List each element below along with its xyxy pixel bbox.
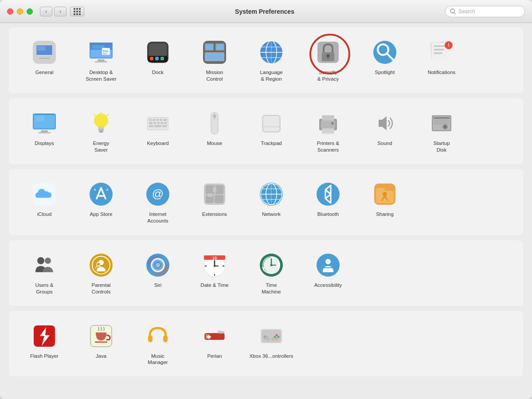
accessibility-label: Accessibility <box>314 282 342 289</box>
pref-trackpad[interactable]: Trackpad <box>245 106 298 157</box>
pref-sharing[interactable]: Sharing <box>358 176 411 228</box>
svg-rect-21 <box>155 57 159 60</box>
pref-keyboard[interactable]: Keyboard <box>131 106 184 157</box>
sharing-icon-wrap <box>371 180 399 208</box>
svg-rect-47 <box>434 45 446 47</box>
parental-icon <box>89 253 113 278</box>
printers-icon <box>316 111 340 136</box>
general-icon <box>32 40 57 65</box>
pref-icloud[interactable]: iCloud <box>18 176 71 228</box>
pref-timemachine[interactable]: TimeMachine <box>245 247 298 299</box>
svg-text:New: New <box>103 52 107 55</box>
internet-icon-wrap: @ <box>144 180 172 208</box>
svg-line-64 <box>94 114 95 116</box>
maximize-button[interactable] <box>27 8 33 15</box>
pref-appstore[interactable]: App Store <box>74 176 128 228</box>
sharing-label: Sharing <box>376 211 394 218</box>
spotlight-icon <box>372 40 397 65</box>
general-label: General <box>35 69 54 76</box>
pref-perian[interactable]: Perian <box>188 318 241 370</box>
pref-xbox[interactable]: Xbox 36...ontrollers <box>245 318 298 370</box>
pref-datetime[interactable]: 18 Date & Time <box>188 247 241 299</box>
pref-displays[interactable]: Displays <box>18 106 71 157</box>
trackpad-icon <box>259 111 284 136</box>
grid-button[interactable] <box>70 7 84 16</box>
pref-dock[interactable]: Dock <box>131 35 184 86</box>
users-icon-wrap <box>30 251 59 279</box>
xbox-label: Xbox 36...ontrollers <box>249 353 293 360</box>
pref-flash[interactable]: Flash Player <box>18 318 71 370</box>
pref-network[interactable]: Network <box>245 176 298 228</box>
svg-rect-111 <box>213 187 216 192</box>
pref-printers[interactable]: Printers &Scanners <box>301 106 355 157</box>
pref-energy[interactable]: EnergySaver <box>74 106 128 157</box>
close-button[interactable] <box>7 8 13 15</box>
svg-rect-37 <box>317 42 339 63</box>
svg-rect-71 <box>163 119 167 121</box>
svg-point-39 <box>326 54 330 58</box>
flash-label: Flash Player <box>30 353 59 360</box>
pref-users[interactable]: Users &Groups <box>18 247 71 299</box>
language-icon-wrap <box>257 38 286 66</box>
internet-label: InternetAccounts <box>147 211 168 224</box>
traffic-lights <box>7 8 33 15</box>
pref-spotlight[interactable]: Spotlight <box>358 35 411 86</box>
pref-sound[interactable]: Sound <box>358 106 411 157</box>
pref-security[interactable]: Security& Privacy <box>301 35 355 86</box>
minimize-button[interactable] <box>17 8 23 15</box>
back-button[interactable]: ‹ <box>40 7 52 16</box>
mission-icon <box>202 40 227 65</box>
java-icon-wrap <box>87 322 115 350</box>
pref-internet-accounts[interactable]: @ InternetAccounts <box>131 176 184 228</box>
search-box[interactable]: Search <box>445 6 525 17</box>
pref-desktop[interactable]: File New Desktop &Screen Saver <box>74 35 128 86</box>
svg-point-99 <box>444 126 446 128</box>
pref-bluetooth[interactable]: Bluetooth <box>301 176 355 228</box>
titlebar: ‹ › System Preferences Search <box>0 0 532 23</box>
pref-mouse[interactable]: Mouse <box>188 106 241 157</box>
datetime-label: Date & Time <box>200 282 228 289</box>
svg-point-136 <box>147 254 168 276</box>
svg-point-176 <box>278 336 280 338</box>
energy-icon <box>89 111 113 136</box>
language-icon <box>259 40 284 65</box>
svg-rect-54 <box>34 114 55 115</box>
forward-button[interactable]: › <box>54 7 66 16</box>
pref-parental[interactable]: ParentalControls <box>74 247 128 299</box>
pref-language[interactable]: Language& Region <box>245 35 298 86</box>
sound-icon-wrap <box>371 109 399 137</box>
desktop-icon-wrap: File New <box>87 38 115 66</box>
svg-rect-67 <box>149 119 152 121</box>
svg-point-174 <box>276 334 278 336</box>
music-label: MusicManager <box>148 353 168 366</box>
pref-music[interactable]: MusicManager <box>131 318 184 370</box>
dock-icon-wrap <box>144 38 172 66</box>
svg-rect-57 <box>38 132 51 133</box>
pref-startup[interactable]: StartupDisk <box>415 106 468 157</box>
dock-icon <box>145 40 170 65</box>
pref-notifications[interactable]: ! Notifications <box>415 35 468 86</box>
accessibility-icon-wrap <box>314 251 342 279</box>
spotlight-label: Spotlight <box>375 69 395 76</box>
svg-rect-60 <box>98 129 104 131</box>
pref-siri[interactable]: Siri <box>131 247 184 299</box>
svg-point-145 <box>214 265 215 267</box>
search-icon <box>450 8 456 14</box>
displays-icon <box>32 111 57 136</box>
pref-java[interactable]: Java <box>74 318 128 370</box>
siri-icon-wrap <box>144 251 172 279</box>
accessibility-icon <box>316 253 340 278</box>
svg-rect-162 <box>95 341 107 343</box>
mission-label: MissionControl <box>206 69 223 82</box>
datetime-icon-wrap: 18 <box>200 251 229 279</box>
perian-icon <box>202 324 227 348</box>
svg-rect-112 <box>207 193 213 197</box>
pref-general[interactable]: General <box>18 35 71 86</box>
pref-extensions[interactable]: Extensions <box>188 176 241 228</box>
pref-accessibility[interactable]: Accessibility <box>301 247 355 299</box>
svg-rect-75 <box>160 122 163 124</box>
system-section: Users &Groups Parent <box>9 240 523 306</box>
icloud-icon <box>32 182 57 207</box>
flash-icon-wrap <box>30 322 59 350</box>
pref-mission[interactable]: MissionControl <box>188 35 241 86</box>
